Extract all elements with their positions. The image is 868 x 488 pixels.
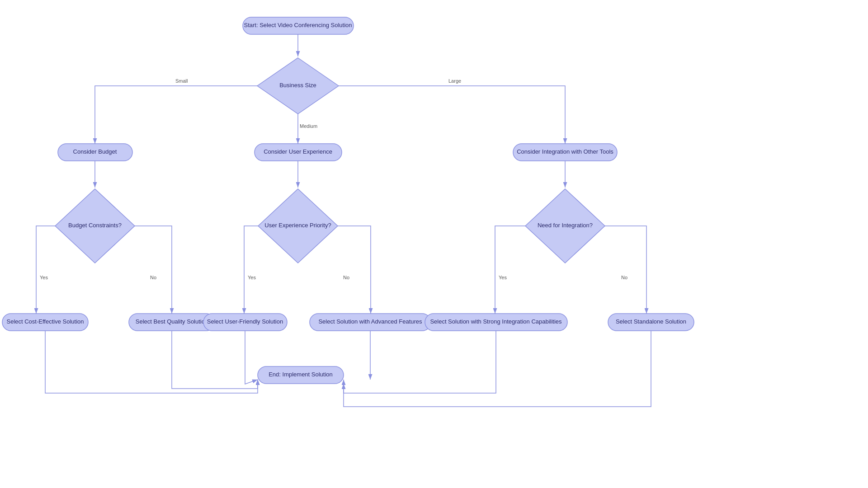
edge-bs-budget <box>95 86 257 144</box>
edge-budget-quality <box>135 226 172 314</box>
edge-ux-advanced <box>338 226 371 314</box>
edge-friendly-end <box>245 331 258 384</box>
strong-integration-label: Select Solution with Strong Integration … <box>430 318 562 325</box>
label-yes-1: Yes <box>40 275 48 280</box>
business-size-label: Business Size <box>279 82 316 89</box>
need-integration-label: Need for Integration? <box>538 222 593 229</box>
edge-strong-end <box>344 331 496 393</box>
label-small: Small <box>175 78 188 84</box>
start-label: Start: Select Video Conferencing Solutio… <box>244 22 352 28</box>
consider-budget-label: Consider Budget <box>73 148 117 155</box>
user-friendly-label: Select User-Friendly Solution <box>207 318 283 325</box>
label-large: Large <box>448 78 461 84</box>
best-quality-label: Select Best Quality Solution <box>136 318 208 325</box>
end-label: End: Implement Solution <box>269 371 333 378</box>
label-yes-3: Yes <box>499 275 507 280</box>
label-medium: Medium <box>300 123 317 129</box>
label-no-3: No <box>621 275 627 280</box>
label-no-1: No <box>150 275 156 280</box>
label-yes-2: Yes <box>248 275 256 280</box>
edge-int-standalone <box>605 226 646 314</box>
ux-priority-label: User Experience Priority? <box>264 222 331 229</box>
consider-ux-label: Consider User Experience <box>264 148 332 155</box>
label-no-2: No <box>343 275 349 280</box>
standalone-label: Select Standalone Solution <box>616 318 686 325</box>
edge-standalone-end <box>344 331 651 407</box>
budget-constraints-label: Budget Constraints? <box>68 222 122 229</box>
edge-budget-cost <box>36 226 55 314</box>
advanced-features-label: Select Solution with Advanced Features <box>318 318 422 325</box>
edge-int-strong <box>495 226 525 314</box>
flowchart: Start: Select Video Conferencing Solutio… <box>0 0 868 488</box>
edge-ux-friendly <box>244 226 258 314</box>
consider-integration-label: Consider Integration with Other Tools <box>517 148 613 155</box>
edge-cost-end <box>45 331 258 393</box>
cost-effective-label: Select Cost-Effective Solution <box>6 318 84 325</box>
edge-bs-integration <box>339 86 565 144</box>
